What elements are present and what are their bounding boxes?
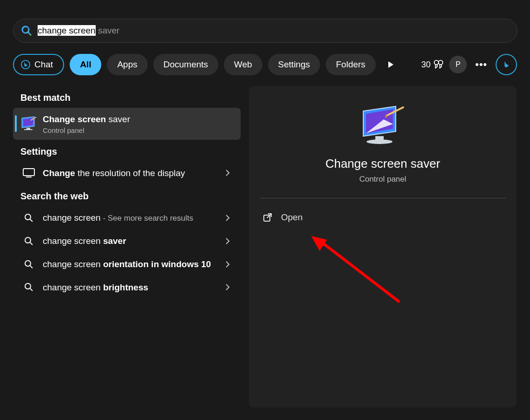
web-item-prefix: change screen (43, 282, 103, 292)
web-item-prefix: change screen (43, 236, 103, 246)
svg-rect-6 (24, 129, 33, 130)
tab-settings[interactable]: Settings (268, 54, 321, 75)
result-web-more[interactable]: change screen - See more search results (13, 206, 241, 230)
web-item-prefix: change screen (43, 213, 101, 223)
result-subtitle: Control panel (43, 126, 234, 134)
bing-button[interactable] (496, 54, 517, 75)
result-title-bold: Change screen (43, 114, 106, 124)
tab-all[interactable]: All (70, 54, 101, 75)
result-web-brightness[interactable]: change screen brightness (13, 276, 241, 299)
svg-line-1 (28, 33, 31, 35)
result-best-match[interactable]: Change screen saver Control panel (13, 108, 241, 140)
search-small-icon (20, 282, 38, 292)
ellipsis-icon: ••• (475, 59, 487, 71)
rewards-points: 30 (421, 60, 431, 70)
result-web-orientation[interactable]: change screen orientation in windows 10 (13, 253, 241, 276)
profile-initial: P (456, 60, 461, 69)
profile-avatar[interactable]: P (449, 56, 467, 73)
tab-chat-label: Chat (34, 59, 53, 70)
svg-point-3 (434, 60, 438, 65)
svg-rect-8 (23, 169, 34, 176)
more-button[interactable]: ••• (472, 56, 490, 73)
chevron-right-icon (221, 283, 234, 291)
chevron-right-icon (221, 237, 234, 245)
svg-point-14 (25, 261, 31, 266)
tab-all-label: All (80, 59, 91, 70)
search-small-icon (20, 236, 38, 246)
section-best-match: Best match (13, 92, 241, 103)
tab-settings-label: Settings (278, 59, 310, 70)
svg-point-16 (25, 283, 31, 289)
svg-point-12 (25, 237, 31, 243)
svg-line-11 (30, 219, 33, 222)
display-icon (20, 168, 38, 178)
settings-item-bold: Change (43, 168, 75, 178)
results-column: Best match Change screen saver Control p… (13, 86, 241, 299)
svg-rect-5 (26, 128, 30, 129)
search-input[interactable]: change screen saver (38, 26, 119, 36)
tab-documents-label: Documents (164, 59, 208, 70)
filter-tabs: Chat All Apps Documents Web Settings Fol… (13, 53, 517, 76)
settings-item-rest: the resolution of the display (75, 168, 185, 178)
web-item-bold: saver (103, 236, 126, 246)
svg-point-4 (438, 60, 443, 65)
screensaver-icon (20, 116, 38, 131)
section-settings: Settings (13, 146, 241, 157)
preview-title: Change screen saver (325, 157, 440, 171)
open-action[interactable]: Open (260, 208, 506, 227)
result-title-rest: saver (106, 114, 130, 124)
search-small-icon (20, 213, 38, 223)
search-small-icon (20, 259, 38, 269)
screensaver-large-icon (360, 105, 405, 146)
chevron-right-icon (221, 261, 234, 268)
chevron-right-icon (221, 214, 234, 222)
selection-indicator (15, 115, 17, 132)
tab-chat[interactable]: Chat (13, 54, 64, 75)
section-web: Search the web (13, 191, 241, 202)
rewards-badge[interactable]: 30 (421, 59, 444, 70)
bing-icon (501, 59, 511, 70)
web-item-bold: brightness (103, 282, 148, 292)
web-item-extra: - See more search results (101, 214, 193, 223)
tab-apps-label: Apps (117, 59, 137, 70)
svg-line-15 (30, 266, 33, 268)
open-external-icon (262, 212, 273, 223)
web-item-bold: orientation in windows 10 (103, 259, 211, 269)
tab-apps[interactable]: Apps (107, 54, 147, 75)
scroll-right-button[interactable] (381, 55, 400, 74)
svg-point-19 (366, 139, 393, 144)
search-icon (21, 25, 32, 36)
tab-documents[interactable]: Documents (153, 54, 218, 75)
play-icon (387, 61, 394, 68)
svg-line-17 (30, 289, 33, 291)
open-action-label: Open (281, 212, 302, 223)
svg-rect-18 (375, 136, 384, 140)
divider (260, 198, 506, 198)
bing-chat-icon (20, 59, 31, 70)
svg-point-10 (25, 214, 31, 220)
tab-web[interactable]: Web (224, 54, 262, 75)
tab-folders[interactable]: Folders (326, 54, 375, 75)
tab-web-label: Web (234, 59, 252, 70)
svg-line-13 (30, 243, 33, 245)
web-item-prefix: change screen (43, 259, 103, 269)
rewards-icon (433, 59, 444, 70)
search-bar[interactable]: change screen saver (13, 19, 517, 43)
preview-subtitle: Control panel (359, 175, 406, 184)
result-web-saver[interactable]: change screen saver (13, 230, 241, 253)
result-settings-resolution[interactable]: Change the resolution of the display (13, 162, 241, 185)
tab-folders-label: Folders (336, 59, 365, 70)
chevron-right-icon (221, 169, 234, 177)
preview-pane: Change screen saver Control panel Open (249, 86, 517, 407)
